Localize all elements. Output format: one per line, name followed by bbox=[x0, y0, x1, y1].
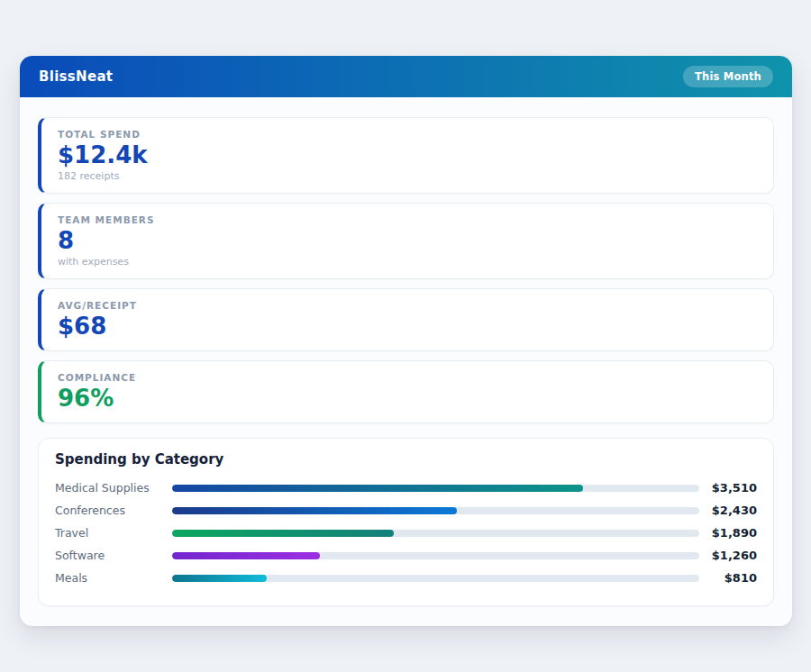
app-title: BlissNeat bbox=[39, 68, 113, 85]
chart-rows: Medical Supplies$3,510Conferences$2,430T… bbox=[55, 477, 757, 589]
app-header: BlissNeat This Month bbox=[20, 56, 792, 97]
stat-label: COMPLIANCE bbox=[58, 371, 757, 385]
spending-chart-card: Spending by Category Medical Supplies$3,… bbox=[38, 438, 774, 606]
bar-fill bbox=[172, 485, 583, 492]
category-label: Medical Supplies bbox=[55, 481, 163, 495]
stat-label: TOTAL SPEND bbox=[58, 128, 757, 141]
category-value: $1,260 bbox=[708, 549, 757, 562]
stat-value: 8 bbox=[58, 227, 757, 255]
bar-track bbox=[172, 530, 699, 537]
bar-fill bbox=[172, 552, 320, 559]
category-label: Software bbox=[55, 549, 163, 562]
category-label: Conferences bbox=[55, 504, 163, 517]
period-badge[interactable]: This Month bbox=[683, 66, 773, 87]
category-label: Travel bbox=[55, 526, 163, 540]
bar-track bbox=[172, 507, 699, 514]
stat-subtext: with expenses bbox=[58, 255, 757, 268]
category-value: $810 bbox=[708, 571, 757, 585]
category-value: $1,890 bbox=[708, 526, 757, 540]
category-value: $3,510 bbox=[708, 481, 757, 495]
stat-card-team-members: TEAM MEMBERS8with expenses bbox=[38, 203, 774, 279]
stat-subtext: 182 receipts bbox=[58, 169, 757, 183]
bar-track bbox=[172, 485, 699, 492]
stats-list: TOTAL SPEND$12.4k182 receiptsTEAM MEMBER… bbox=[38, 117, 774, 423]
stat-label: AVG/RECEIPT bbox=[58, 299, 757, 313]
chart-row-meals: Meals$810 bbox=[55, 567, 757, 589]
stat-value: $12.4k bbox=[58, 141, 757, 169]
stat-label: TEAM MEMBERS bbox=[58, 213, 757, 227]
chart-row-medical-supplies: Medical Supplies$3,510 bbox=[55, 477, 757, 499]
stat-value: $68 bbox=[58, 313, 757, 341]
stat-card-avg-receipt: AVG/RECEIPT$68 bbox=[38, 288, 774, 351]
category-value: $2,430 bbox=[708, 504, 757, 517]
stat-card-compliance: COMPLIANCE96% bbox=[38, 360, 774, 423]
chart-title: Spending by Category bbox=[55, 451, 757, 468]
chart-row-travel: Travel$1,890 bbox=[55, 522, 757, 544]
bar-fill bbox=[172, 507, 457, 514]
bar-fill bbox=[172, 530, 394, 537]
stat-card-total-spend: TOTAL SPEND$12.4k182 receipts bbox=[38, 117, 774, 194]
bar-track bbox=[172, 552, 699, 559]
bar-fill bbox=[172, 575, 267, 582]
bar-track bbox=[172, 575, 699, 582]
chart-row-conferences: Conferences$2,430 bbox=[55, 499, 757, 522]
app-body: TOTAL SPEND$12.4k182 receiptsTEAM MEMBER… bbox=[20, 97, 792, 626]
stat-value: 96% bbox=[58, 385, 757, 413]
dashboard-card: BlissNeat This Month TOTAL SPEND$12.4k18… bbox=[20, 56, 792, 626]
category-label: Meals bbox=[55, 571, 163, 585]
chart-row-software: Software$1,260 bbox=[55, 544, 757, 567]
